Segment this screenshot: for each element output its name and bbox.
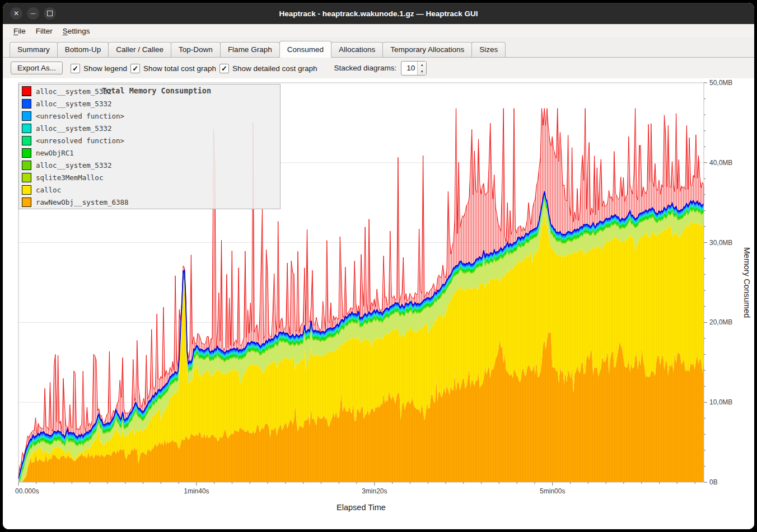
window-title: Heaptrack - heaptrack.wakunode.1.gz — He…	[3, 3, 754, 24]
legend-swatch	[22, 136, 31, 145]
legend-label: <unresolved function>	[36, 112, 124, 120]
checkbox-show-legend[interactable]: ✓Show legend	[71, 64, 127, 73]
tab-summary[interactable]: Summary	[10, 42, 58, 57]
checkbox-group: ✓Show legend✓Show total cost graph✓Show …	[71, 63, 321, 73]
legend-swatch	[22, 148, 31, 158]
legend-swatch	[22, 124, 31, 133]
chart-legend: Total Memory Consumptionalloc__system_53…	[18, 84, 281, 209]
menu-settings[interactable]: Settings	[58, 25, 95, 37]
legend-label: <unresolved function>	[36, 136, 124, 145]
spinbox-buttons: ▲ ▼	[417, 62, 426, 75]
toolbar: Export As... ✓Show legend✓Show total cos…	[3, 58, 754, 78]
checkbox-indicator: ✓	[130, 64, 140, 73]
x-tick-label: 5min00s	[540, 487, 565, 495]
heaptrack-window: ✕ ─ Heaptrack - heaptrack.wakunode.1.gz …	[3, 3, 754, 529]
checkbox-show-total-cost-graph[interactable]: ✓Show total cost graph	[130, 64, 216, 73]
menu-file[interactable]: File	[8, 25, 31, 37]
stacked-diagrams-spinbox[interactable]: 10 ▲ ▼	[401, 61, 427, 76]
legend-item: calloc	[19, 183, 280, 196]
legend-swatch	[22, 86, 31, 96]
tab-bottom-up[interactable]: Bottom-Up	[57, 42, 109, 57]
y-tick-label: 50,0MB	[709, 79, 732, 87]
export-as-button[interactable]: Export As...	[11, 62, 63, 74]
tab-temporary-allocations[interactable]: Temporary Allocations	[382, 42, 472, 57]
x-tick-label: 00.000s	[15, 487, 39, 495]
spinbox-up-button[interactable]: ▲	[418, 62, 426, 68]
legend-label: alloc__system_5332	[36, 161, 111, 170]
legend-swatch	[22, 111, 31, 121]
y-tick-label: 40,0MB	[709, 159, 732, 167]
titlebar[interactable]: ✕ ─ Heaptrack - heaptrack.wakunode.1.gz …	[3, 3, 754, 24]
legend-label: alloc__system_5332	[36, 100, 111, 108]
tab-consumed[interactable]: Consumed	[279, 41, 331, 58]
y-axis: 0B10,0MB20,0MB30,0MB40,0MB50,0MBMemory C…	[704, 79, 751, 486]
x-axis: 00.000s1min40s3min20s5min00sElapsed Time	[15, 482, 695, 512]
x-axis-title: Elapsed Time	[337, 503, 386, 512]
checkbox-indicator: ✓	[219, 64, 229, 73]
y-tick-label: 30,0MB	[709, 239, 732, 247]
tab-flame-graph[interactable]: Flame Graph	[220, 42, 280, 57]
legend-item: alloc__system_5332	[19, 159, 280, 171]
legend-item: newObjRC1	[19, 147, 280, 159]
checkbox-show-detailed-cost-graph[interactable]: ✓Show detailed cost graph	[219, 64, 317, 73]
checkbox-indicator: ✓	[71, 64, 80, 73]
legend-swatch	[22, 197, 31, 207]
y-tick-label: 0B	[709, 478, 718, 486]
y-tick-label: 20,0MB	[709, 318, 732, 326]
spinbox-down-button[interactable]: ▼	[418, 68, 426, 75]
chart-area: 0B10,0MB20,0MB30,0MB40,0MB50,0MBMemory C…	[3, 78, 754, 529]
legend-label: sqlite3MemMalloc	[36, 173, 103, 182]
tab-bar: SummaryBottom-UpCaller / CalleeTop-DownF…	[3, 39, 754, 58]
x-tick-label: 3min20s	[362, 487, 387, 495]
spinbox-value: 10	[401, 62, 417, 75]
menu-filter[interactable]: Filter	[31, 25, 58, 37]
checkbox-label: Show total cost graph	[143, 64, 216, 73]
legend-title-row: Total Memory Consumption	[19, 84, 280, 97]
menubar: FileFilterSettings	[3, 24, 754, 39]
legend-label: newObjRC1	[36, 149, 74, 157]
legend-item: alloc__system_5332	[19, 97, 280, 110]
stacked-series	[18, 191, 704, 482]
legend-item: <unresolved function>	[19, 110, 280, 122]
legend-item: <unresolved function>	[19, 134, 280, 147]
legend-label: calloc	[36, 186, 61, 194]
legend-label: alloc__system_5332	[36, 124, 111, 133]
checkbox-label: Show legend	[83, 64, 127, 73]
x-tick-label: 1min40s	[184, 487, 209, 495]
legend-swatch	[22, 99, 31, 109]
checkbox-label: Show detailed cost graph	[232, 64, 317, 73]
stacked-diagrams-label: Stacked diagrams:	[334, 64, 397, 72]
legend-swatch	[22, 185, 31, 195]
legend-item: alloc__system_5332	[19, 122, 280, 134]
y-axis-title: Memory Consumed	[742, 247, 751, 318]
legend-item: rawNewObj__system_6388	[19, 196, 280, 208]
legend-swatch	[22, 161, 31, 170]
legend-label: Total Memory Consumption	[36, 86, 277, 95]
y-tick-label: 10,0MB	[709, 398, 732, 406]
legend-label: rawNewObj__system_6388	[36, 198, 129, 206]
tab-caller-callee[interactable]: Caller / Callee	[108, 42, 171, 57]
legend-swatch	[22, 173, 31, 182]
tab-sizes[interactable]: Sizes	[471, 42, 506, 57]
tab-top-down[interactable]: Top-Down	[171, 42, 221, 57]
legend-item: sqlite3MemMalloc	[19, 171, 280, 183]
tab-allocations[interactable]: Allocations	[331, 42, 383, 57]
